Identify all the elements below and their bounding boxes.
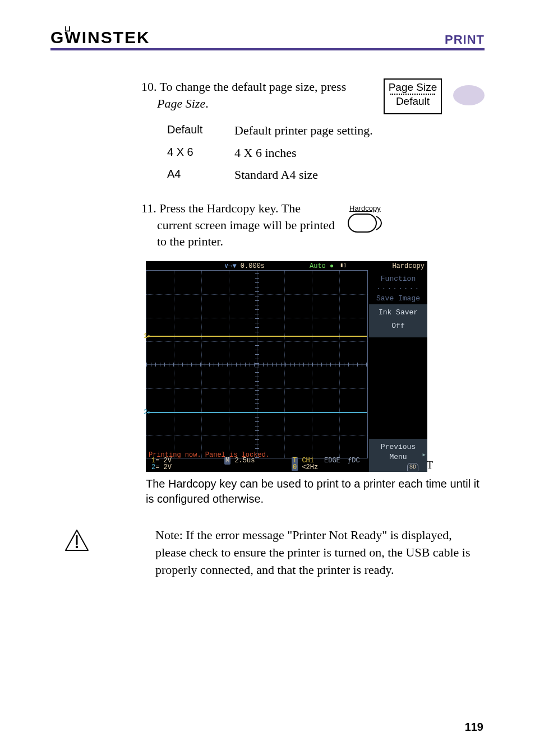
scope-status-bar: 1= 2V 2= 2V M 2.5us T CH1 0 <2Hz EDGE ƒD… — [146, 458, 427, 472]
trigger-edge: EDGE — [324, 456, 340, 465]
text: 10. To change the default page size, pre… — [141, 80, 346, 94]
hardcopy-key-illustration: Hardcopy — [348, 203, 382, 233]
hardcopy-key-icon — [348, 214, 382, 233]
step-11-text: 11. Press the Hardcopy key. The current … — [146, 200, 336, 250]
option-row: 4 X 6 4 X 6 inches — [167, 145, 485, 161]
trigger-coupling: ƒDC — [348, 456, 360, 465]
section-title: PRINT — [445, 33, 485, 47]
scope-softkey-column: Function ········ Save Image Ink Saver O… — [369, 270, 427, 458]
oscilloscope-screenshot: ∨→▼ 0.000s Auto ● ▮▯ Hardcopy — [146, 261, 427, 472]
softkey-empty — [369, 337, 427, 371]
ch2-readout: 2= 2V — [151, 463, 172, 472]
softkey-empty — [369, 405, 427, 438]
softkey-name-inline: Page Size — [157, 96, 205, 110]
option-desc: Standard A4 size — [234, 166, 318, 183]
scope-topbar: ∨→▼ 0.000s Auto ● ▮▯ Hardcopy — [146, 261, 427, 270]
softkey-function: Function ········ Save Image — [369, 270, 427, 304]
option-key: Default — [167, 122, 218, 139]
svg-point-3 — [76, 546, 78, 548]
option-key: A4 — [167, 166, 218, 183]
note-text: Note: If the error message "Printer Not … — [106, 527, 485, 578]
scope-mode: Auto ● — [310, 262, 334, 271]
warning-icon — [64, 529, 89, 578]
svg-rect-0 — [348, 214, 376, 232]
option-desc: 4 X 6 inches — [234, 145, 297, 161]
option-desc: Default printer page setting. — [234, 122, 373, 139]
trigger-freq: 0 <2Hz — [292, 463, 318, 472]
softkey-button-shape — [453, 85, 485, 105]
ch2-marker: 2▸ — [144, 408, 151, 417]
screenshot-caption: The Hardcopy key can be used to print to… — [146, 476, 485, 507]
option-row: A4 Standard A4 size — [167, 166, 485, 183]
timebase-readout: M 2.5us — [224, 456, 255, 465]
figure-label-t: T — [427, 458, 433, 472]
step-10-text: 10. To change the default page size, pre… — [146, 78, 372, 112]
scope-grid: 1▸ 2▸ Printing now. Panel is locked. — [146, 270, 368, 458]
page-header: GW⊔INSTEK PRINT — [50, 28, 485, 50]
brand-part: INSTEK — [82, 28, 150, 47]
page-number: 119 — [465, 721, 483, 734]
battery-icon: ▮▯ — [340, 262, 347, 270]
brand-part: G — [50, 28, 64, 47]
option-key: 4 X 6 — [167, 145, 218, 161]
step-11: 11. Press the Hardcopy key. The current … — [146, 200, 485, 250]
ch1-marker: 1▸ — [144, 332, 151, 341]
softkey-divider — [390, 94, 435, 95]
hardcopy-key-label: Hardcopy — [348, 203, 382, 214]
text: . — [205, 96, 209, 110]
softkey-top-label: Page Size — [385, 82, 441, 92]
softkey-bottom-label: Default — [385, 96, 441, 106]
softkey-ink-saver: Ink Saver Off — [369, 304, 427, 337]
sd-icon: SD — [407, 463, 418, 472]
scope-menu-title: Hardcopy — [392, 262, 425, 271]
trace-ch1 — [147, 336, 367, 337]
page-size-options: Default Default printer page setting. 4 … — [167, 122, 485, 183]
scope-time: ∨→▼ 0.000s — [224, 262, 265, 271]
brand-logo: GW⊔INSTEK — [50, 28, 150, 47]
softkey-page-size: Page Size Default — [384, 78, 442, 114]
softkey-empty — [369, 371, 427, 405]
option-row: Default Default printer page setting. — [167, 122, 485, 139]
trace-ch2 — [147, 412, 367, 413]
step-10: 10. To change the default page size, pre… — [146, 78, 485, 114]
note-block: Note: If the error message "Printer Not … — [64, 527, 485, 578]
